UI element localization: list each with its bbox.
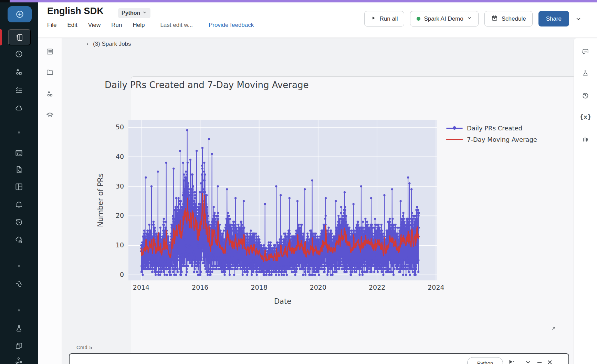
workflows-icon bbox=[14, 86, 23, 95]
panel-item-comments[interactable] bbox=[578, 44, 593, 59]
sidebar-item-serving[interactable] bbox=[11, 353, 27, 364]
cell-run-dropdown-button[interactable] bbox=[507, 358, 516, 364]
run-all-label: Run all bbox=[379, 15, 398, 22]
learn-icon bbox=[46, 111, 54, 119]
recents-icon bbox=[14, 50, 23, 58]
sidebar-item-dashboards[interactable] bbox=[11, 179, 27, 194]
sidebar-item-models[interactable] bbox=[11, 338, 27, 353]
cell-collapse-chevron-button[interactable] bbox=[524, 358, 533, 364]
close-icon bbox=[547, 359, 553, 364]
y-tick-label: 30 bbox=[109, 182, 124, 190]
catalog-icon bbox=[14, 67, 23, 76]
explorer-item-table-of-contents[interactable] bbox=[43, 44, 57, 59]
add-icon bbox=[15, 10, 24, 19]
sidebar-item-notebook[interactable] bbox=[8, 29, 31, 45]
revision-history-icon bbox=[582, 92, 589, 99]
x-tick-label: 2022 bbox=[363, 283, 391, 291]
menu-help[interactable]: Help bbox=[133, 22, 145, 29]
chart-y-axis-label: Number of PRs bbox=[96, 173, 105, 227]
panel-item-variables[interactable]: {x} bbox=[578, 110, 593, 124]
header-actions: Run all Spark AI Demo Schedule Share bbox=[364, 11, 582, 26]
legend-line-sample bbox=[446, 128, 463, 129]
explorer-item-catalog[interactable] bbox=[43, 87, 57, 101]
left-rail bbox=[0, 2, 38, 364]
separator-dot bbox=[18, 131, 20, 133]
y-tick-label: 10 bbox=[109, 241, 124, 249]
cell-language-pill[interactable]: Python bbox=[467, 357, 503, 364]
sidebar-item-sql-editor[interactable] bbox=[11, 146, 27, 161]
run-all-button[interactable]: Run all bbox=[364, 11, 404, 26]
sidebar-item-sql-warehouses[interactable] bbox=[11, 232, 27, 247]
spark-jobs-toggle[interactable]: (3) Spark Jobs bbox=[85, 41, 131, 47]
sidebar-item-query-history[interactable] bbox=[11, 214, 27, 229]
chart-plot-canvas bbox=[128, 120, 437, 280]
menu-bar: File Edit View Run Help Last edit w... P… bbox=[47, 22, 254, 29]
sidebar-item-experiments[interactable] bbox=[11, 321, 27, 336]
x-tick-label: 2018 bbox=[245, 283, 274, 291]
sql-editor-icon bbox=[14, 149, 23, 158]
cmd-label: Cmd 5 bbox=[76, 345, 92, 350]
chart-title: Daily PRs Created and 7-Day Moving Avera… bbox=[105, 80, 308, 90]
panel-item-experiments[interactable] bbox=[578, 66, 593, 81]
chevron-down-icon bbox=[467, 15, 472, 22]
y-tick-label: 50 bbox=[109, 123, 124, 131]
sidebar-item-queries[interactable] bbox=[11, 162, 27, 177]
serving-icon bbox=[14, 356, 23, 364]
y-tick-label: 20 bbox=[109, 212, 124, 219]
provide-feedback-link[interactable]: Provide feedback bbox=[209, 22, 254, 29]
queries-icon bbox=[14, 165, 23, 174]
sidebar-item-workflows[interactable] bbox=[11, 83, 27, 98]
calendar-icon bbox=[491, 14, 498, 23]
menu-edit[interactable]: Edit bbox=[67, 22, 77, 29]
models-icon bbox=[14, 341, 23, 350]
cell-close-button[interactable] bbox=[545, 358, 554, 364]
last-edit-link[interactable]: Last edit w... bbox=[160, 22, 193, 29]
separator-dot bbox=[18, 309, 20, 311]
chevron-down-icon bbox=[142, 10, 147, 16]
experiments-icon bbox=[582, 69, 589, 77]
menu-view[interactable]: View bbox=[88, 22, 101, 29]
pipelines-icon bbox=[14, 279, 23, 288]
sidebar-item-compute[interactable] bbox=[11, 100, 27, 116]
play-icon bbox=[371, 15, 376, 22]
sidebar-item-pipelines[interactable] bbox=[11, 276, 27, 291]
minimize-icon bbox=[536, 359, 543, 364]
chart-x-axis-label: Date bbox=[274, 297, 291, 306]
language-badge-label: Python bbox=[122, 10, 140, 16]
active-item-indicator bbox=[0, 29, 2, 45]
legend-label: Daily PRs Created bbox=[467, 125, 522, 132]
header-more-chevron[interactable] bbox=[575, 15, 582, 22]
compute-icon bbox=[14, 104, 23, 113]
legend-entry: Daily PRs Created bbox=[446, 124, 537, 132]
browser-accent-bar bbox=[0, 0, 597, 2]
new-button[interactable] bbox=[8, 6, 32, 22]
language-badge[interactable]: Python bbox=[118, 8, 150, 18]
explorer-item-learn[interactable] bbox=[43, 108, 57, 122]
sidebar-item-catalog[interactable] bbox=[11, 64, 27, 79]
sidebar-item-recents[interactable] bbox=[11, 46, 27, 62]
share-button[interactable]: Share bbox=[538, 11, 569, 26]
legend-label: 7-Day Moving Average bbox=[467, 136, 537, 143]
app-window: English SDK Python File Edit View Run He… bbox=[0, 0, 597, 364]
alerts-icon bbox=[14, 200, 23, 208]
cluster-selector[interactable]: Spark AI Demo bbox=[410, 11, 478, 26]
output-resize-handle[interactable] bbox=[551, 326, 556, 333]
menu-run[interactable]: Run bbox=[111, 22, 122, 29]
menu-file[interactable]: File bbox=[47, 22, 56, 29]
x-tick-label: 2014 bbox=[127, 283, 156, 291]
explorer-item-folder[interactable] bbox=[43, 65, 57, 79]
notebook-header: English SDK Python File Edit View Run He… bbox=[38, 2, 597, 38]
schedule-button[interactable]: Schedule bbox=[484, 11, 533, 26]
legend-entry: 7-Day Moving Average bbox=[446, 135, 537, 143]
schedule-label: Schedule bbox=[502, 15, 526, 22]
cell-minimize-button[interactable] bbox=[535, 358, 544, 364]
sidebar-item-alerts[interactable] bbox=[11, 196, 27, 212]
variables-icon: {x} bbox=[579, 114, 591, 120]
panel-item-charts[interactable] bbox=[578, 131, 593, 146]
x-tick-label: 2016 bbox=[186, 283, 214, 291]
experiments-icon bbox=[14, 324, 23, 333]
panel-item-revision-history[interactable] bbox=[578, 88, 593, 103]
folder-icon bbox=[46, 68, 54, 76]
legend-marker-sample bbox=[453, 126, 456, 130]
catalog-icon bbox=[46, 90, 54, 98]
